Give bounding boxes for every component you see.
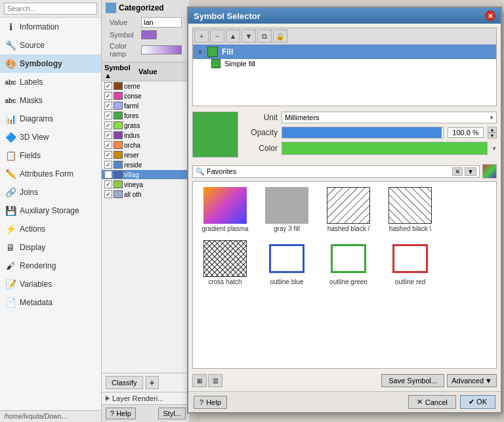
dialog-help-button[interactable]: ? Help [194,396,227,409]
dialog-titlebar: Symbol Selector ✕ [188,8,501,24]
sidebar-item-attributes-form[interactable]: ✏️ Attributes Form [0,165,101,183]
layer-rendering-row[interactable]: Layer Renderi... [102,392,190,404]
search-input[interactable] [4,3,97,14]
close-button[interactable]: ✕ [485,11,495,21]
table-row[interactable]: ✓ reside [102,160,190,170]
symbol-item-green-outline[interactable]: outline green [319,238,378,288]
save-symbol-button[interactable]: Save Symbol... [381,374,444,387]
table-row[interactable]: ✓ villag [102,170,190,180]
classify-button[interactable]: Classify [106,376,143,389]
symbol-item-crosshatch[interactable]: cross hatch [196,238,255,288]
table-row[interactable]: ✓ orcha [102,140,190,150]
symbol-item-blue-outline[interactable]: outline blue [257,238,316,288]
cancel-button[interactable]: ✕ Cancel [408,395,456,409]
add-layer-button[interactable]: + [194,30,209,43]
symbol-table: ✓ ceme ✓ conse ✓ farml ✓ fores ✓ grass ✓… [102,81,190,373]
symbol-label: Symbol [110,31,138,39]
dialog-action-buttons: ✕ Cancel ✔ OK [408,395,495,409]
table-row[interactable]: ✓ all oth [102,190,190,200]
fields-icon: 📋 [5,150,16,161]
fill-color-indicator [207,47,218,57]
simple-fill-item[interactable]: Simple fill [193,59,496,68]
row-checkbox[interactable]: ✓ [104,171,112,179]
fill-layer-item[interactable]: ▼ Fill [193,45,496,59]
unit-label: Unit [243,113,278,122]
color-ramp-swatch[interactable] [141,45,182,54]
color-dropdown-arrow[interactable]: ▼ [492,146,497,152]
sidebar-item-metadata[interactable]: 📄 Metadata [0,293,101,312]
unit-select[interactable]: Millimeters [282,112,497,123]
help-button-bottom[interactable]: ? Help [106,408,136,419]
remove-layer-button[interactable]: − [210,30,224,43]
sidebar-item-auxiliary-storage[interactable]: 💾 Auxiliary Storage [0,201,101,220]
opacity-slider[interactable] [282,127,444,138]
symbol-item-hashed-slash[interactable]: hashed black / [319,184,378,235]
labels-icon: abc [5,77,16,87]
sidebar-item-display[interactable]: 🖥 Display [0,238,101,257]
value-input[interactable] [141,17,182,28]
opacity-spin-up[interactable]: ▲ [488,127,497,133]
add-category-button[interactable]: + [146,376,159,389]
sidebar-item-actions[interactable]: ⚡ Actions [0,220,101,238]
sidebar-item-label: Auxiliary Storage [20,206,96,215]
table-row[interactable]: ✓ vineya [102,180,190,190]
symbol-preview [327,187,370,224]
symbol-item-gray-3-fill[interactable]: gray 3 fill [257,184,316,235]
middle-bottom-bar: Classify + [102,373,190,392]
row-checkbox[interactable]: ✓ [104,102,112,110]
symbol-item-gradient-plasma[interactable]: gradient plasma [196,184,255,235]
lock-button[interactable]: 🔒 [273,30,287,43]
color-picker-button[interactable] [482,164,497,179]
sidebar-item-rendering[interactable]: 🖌 Rendering [0,257,101,275]
row-checkbox[interactable]: ✓ [104,92,112,100]
sidebar-item-source[interactable]: 🔧 Source [0,36,101,54]
row-color [114,82,123,90]
list-view-button[interactable]: ☰ [208,374,222,387]
row-checkbox[interactable]: ✓ [104,82,112,90]
favorites-search-input[interactable] [207,167,450,175]
symbol-preview [203,240,247,277]
search-dropdown-button[interactable]: ▼ [465,167,476,176]
table-row[interactable]: ✓ ceme [102,81,190,91]
grid-view-button[interactable]: ⊞ [192,374,207,387]
sidebar-item-joins[interactable]: 🔗 Joins [0,183,101,201]
sidebar-item-symbology[interactable]: 🎨 Symbology [0,54,101,73]
row-checkbox[interactable]: ✓ [104,131,112,139]
color-label: Color [243,144,278,153]
move-up-button[interactable]: ▲ [226,30,240,43]
table-row[interactable]: ✓ fores [102,111,190,121]
table-row[interactable]: ✓ indus [102,131,190,140]
sidebar-item-labels[interactable]: abc Labels [0,73,101,91]
symbol-swatch[interactable] [141,30,157,39]
sidebar-item-masks[interactable]: abc Masks [0,91,101,110]
table-row[interactable]: ✓ conse [102,91,190,101]
row-checkbox[interactable]: ✓ [104,161,112,169]
move-down-button[interactable]: ▼ [242,30,256,43]
row-checkbox[interactable]: ✓ [104,121,112,129]
advanced-button[interactable]: Advanced ▼ [447,374,497,387]
opacity-spin-down[interactable]: ▼ [488,133,497,138]
sidebar-item-3dview[interactable]: 🔷 3D View [0,128,101,146]
ok-button[interactable]: ✔ OK [460,395,495,409]
row-checkbox[interactable]: ✓ [104,141,112,149]
sidebar-item-diagrams[interactable]: 📊 Diagrams [0,110,101,128]
value-label: Value [110,18,138,26]
symbol-item-hashed-backslash[interactable]: hashed black \ [381,184,440,235]
row-checkbox[interactable]: ✓ [104,180,112,188]
style-button[interactable]: Styl... [158,408,186,419]
table-row[interactable]: ✓ grass [102,121,190,131]
color-bar[interactable] [282,142,488,155]
sidebar-item-information[interactable]: ℹ Information [0,18,101,36]
table-row[interactable]: ✓ farml [102,101,190,111]
row-checkbox[interactable]: ✓ [104,190,112,198]
symbol-item-red-outline[interactable]: outline red [381,238,440,288]
row-color [114,151,123,159]
sidebar-item-fields[interactable]: 📋 Fields [0,146,101,165]
duplicate-button[interactable]: ⧉ [257,30,272,43]
masks-icon: abc [5,95,16,106]
row-checkbox[interactable]: ✓ [104,112,112,119]
table-row[interactable]: ✓ reser [102,150,190,160]
row-checkbox[interactable]: ✓ [104,151,112,159]
search-clear-button[interactable]: ✕ [452,167,463,176]
sidebar-item-variables[interactable]: 📝 Variables [0,275,101,293]
